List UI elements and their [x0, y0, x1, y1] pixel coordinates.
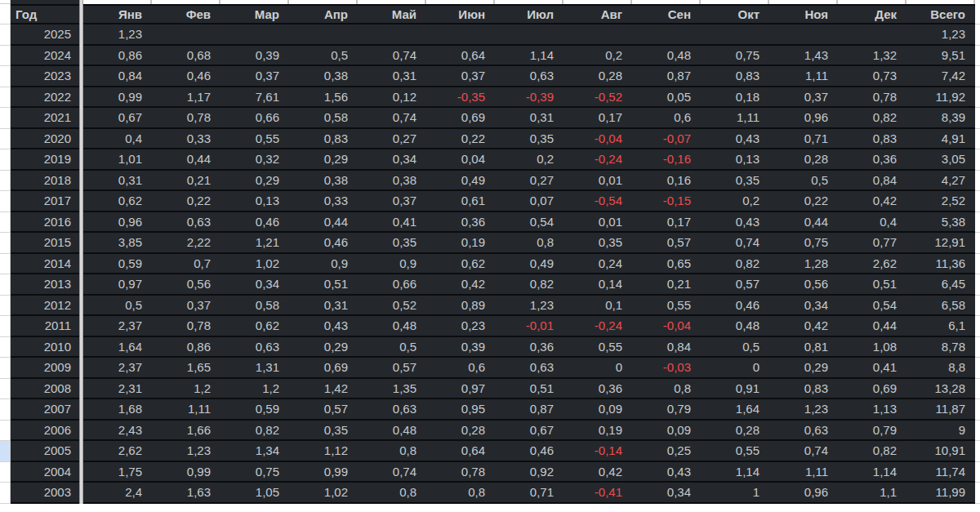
value-cell[interactable]: 0,55	[564, 337, 632, 358]
value-cell[interactable]: 1,02	[289, 483, 358, 504]
header-cell-Авг[interactable]: Авг	[564, 4, 632, 24]
value-cell[interactable]: 1,68	[83, 399, 152, 421]
value-cell[interactable]: 0,35	[289, 421, 358, 442]
value-cell[interactable]: 0,48	[632, 46, 701, 67]
total-cell[interactable]: 5,38	[906, 212, 975, 234]
year-cell[interactable]: 2021	[11, 108, 79, 129]
value-cell[interactable]: 0,78	[838, 87, 906, 109]
value-cell[interactable]: 0,79	[838, 421, 906, 442]
value-cell[interactable]: 0,77	[838, 233, 906, 254]
value-cell[interactable]: 0,31	[358, 66, 426, 87]
value-cell[interactable]: 1,64	[83, 337, 152, 358]
value-cell[interactable]: 1,65	[152, 358, 220, 379]
value-cell[interactable]: 0,35	[495, 129, 564, 150]
value-cell[interactable]: 0,4	[83, 129, 152, 150]
value-cell[interactable]: 0,22	[152, 191, 220, 212]
value-cell[interactable]: 0,67	[83, 108, 152, 129]
value-cell[interactable]: 0,21	[152, 171, 220, 192]
value-cell[interactable]	[358, 24, 426, 46]
value-cell[interactable]: 0,64	[426, 46, 495, 67]
value-cell[interactable]: -0,15	[632, 191, 701, 212]
year-cell[interactable]: 2015	[11, 233, 79, 254]
value-cell[interactable]: 1,63	[152, 483, 220, 504]
value-cell[interactable]: 2,62	[83, 441, 152, 462]
value-cell[interactable]: 0,31	[495, 108, 564, 129]
value-cell[interactable]: 0,69	[426, 108, 495, 129]
value-cell[interactable]: 0,27	[495, 171, 564, 192]
value-cell[interactable]: 0,2	[701, 191, 769, 212]
value-cell[interactable]: 0,96	[769, 108, 838, 129]
value-cell[interactable]: 0,29	[289, 337, 358, 358]
value-cell[interactable]: -0,07	[632, 129, 701, 150]
value-cell[interactable]: 0,48	[358, 316, 426, 337]
total-cell[interactable]: 11,36	[906, 254, 975, 275]
header-cell-Фев[interactable]: Фев	[152, 4, 220, 24]
value-cell[interactable]: 0,24	[564, 254, 632, 275]
value-cell[interactable]: 0,62	[220, 316, 289, 337]
value-cell[interactable]: 0,54	[838, 296, 906, 317]
value-cell[interactable]: 0,34	[358, 149, 426, 171]
value-cell[interactable]: 0,49	[495, 254, 564, 275]
value-cell[interactable]: 0,51	[289, 274, 358, 296]
value-cell[interactable]: -0,39	[495, 87, 564, 109]
value-cell[interactable]: 0,17	[632, 212, 701, 234]
value-cell[interactable]: 0,82	[701, 254, 769, 275]
value-cell[interactable]: 1,64	[701, 399, 769, 421]
value-cell[interactable]: 0,27	[358, 129, 426, 150]
row-gutter-cell[interactable]	[0, 108, 11, 129]
value-cell[interactable]: 0,2	[564, 46, 632, 67]
value-cell[interactable]: 0,28	[426, 421, 495, 442]
value-cell[interactable]: 0,78	[152, 316, 220, 337]
value-cell[interactable]: 0,63	[152, 212, 220, 234]
total-cell[interactable]: 6,1	[906, 316, 975, 337]
value-cell[interactable]: 0,49	[426, 171, 495, 192]
value-cell[interactable]: 0,83	[701, 66, 769, 87]
value-cell[interactable]: 0,75	[220, 462, 289, 483]
value-cell[interactable]: 0,42	[426, 274, 495, 296]
row-gutter-cell[interactable]	[0, 233, 11, 254]
value-cell[interactable]: 0,56	[769, 274, 838, 296]
value-cell[interactable]: 0,46	[495, 441, 564, 462]
value-cell[interactable]: 0,42	[769, 316, 838, 337]
value-cell[interactable]: 0,8	[358, 483, 426, 504]
value-cell[interactable]: 0,82	[838, 441, 906, 462]
value-cell[interactable]: 0,07	[495, 191, 564, 212]
value-cell[interactable]: 0,7	[152, 254, 220, 275]
header-cell-Всего[interactable]: Всего	[906, 4, 975, 24]
value-cell[interactable]: 0,55	[220, 129, 289, 150]
value-cell[interactable]: 0,81	[769, 337, 838, 358]
value-cell[interactable]: 0,9	[289, 254, 358, 275]
total-cell[interactable]: 11,74	[906, 462, 975, 483]
value-cell[interactable]: 1,12	[289, 441, 358, 462]
value-cell[interactable]: 0,6	[426, 358, 495, 379]
value-cell[interactable]: 0,46	[152, 66, 220, 87]
value-cell[interactable]: 0,74	[358, 462, 426, 483]
value-cell[interactable]: 0,74	[701, 233, 769, 254]
value-cell[interactable]: 0,84	[838, 171, 906, 192]
value-cell[interactable]: 0,46	[289, 233, 358, 254]
header-cell-Мар[interactable]: Мар	[220, 4, 289, 24]
value-cell[interactable]: 0,75	[701, 46, 769, 67]
header-cell-Янв[interactable]: Янв	[83, 4, 152, 24]
value-cell[interactable]: 0,37	[358, 191, 426, 212]
value-cell[interactable]: 1,11	[769, 462, 838, 483]
value-cell[interactable]: 3,85	[83, 233, 152, 254]
value-cell[interactable]: 0,78	[152, 108, 220, 129]
value-cell[interactable]: 2,4	[83, 483, 152, 504]
value-cell[interactable]: 0,84	[83, 66, 152, 87]
value-cell[interactable]	[220, 24, 289, 46]
value-cell[interactable]: 0,71	[769, 129, 838, 150]
value-cell[interactable]: -0,54	[564, 191, 632, 212]
value-cell[interactable]: -0,16	[632, 149, 701, 171]
value-cell[interactable]: 0,28	[564, 66, 632, 87]
value-cell[interactable]: 0,48	[358, 421, 426, 442]
total-cell[interactable]: 11,87	[906, 399, 975, 421]
value-cell[interactable]: 0,34	[632, 483, 701, 504]
value-cell[interactable]: 0,75	[769, 233, 838, 254]
value-cell[interactable]: 1,31	[220, 358, 289, 379]
value-cell[interactable]: 1,34	[220, 441, 289, 462]
value-cell[interactable]: 0,41	[838, 358, 906, 379]
value-cell[interactable]: -0,52	[564, 87, 632, 109]
value-cell[interactable]: 0,5	[769, 171, 838, 192]
value-cell[interactable]: 0,99	[152, 462, 220, 483]
